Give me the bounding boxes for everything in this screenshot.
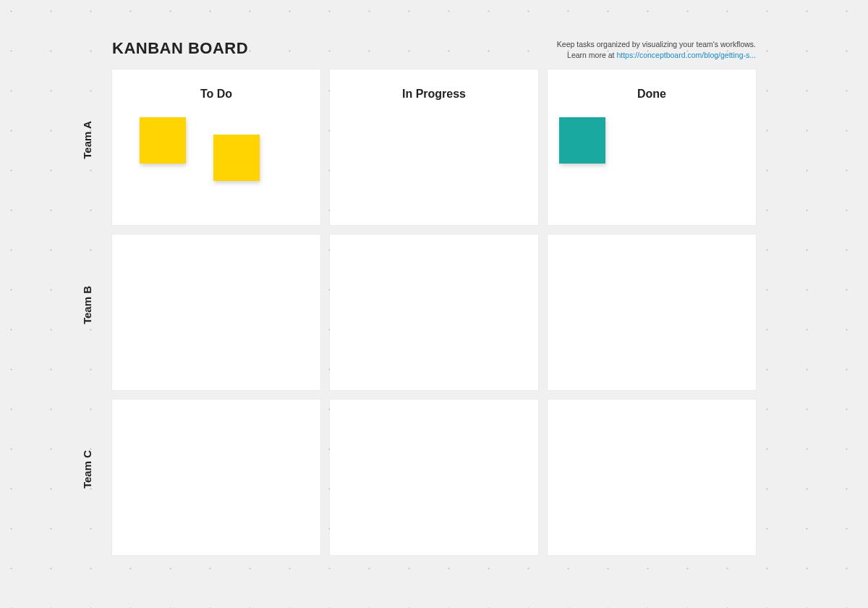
board-help-text: Keep tasks organized by visualizing your… bbox=[557, 39, 756, 60]
row-label-team-a: Team A bbox=[81, 97, 93, 184]
board-canvas[interactable]: KANBAN BOARD Keep tasks organized by vis… bbox=[0, 0, 868, 608]
cell-team-a-inprogress[interactable]: In Progress bbox=[330, 69, 538, 225]
cell-team-b-done[interactable] bbox=[548, 235, 756, 390]
sticky-note[interactable] bbox=[140, 117, 186, 164]
row-label-team-c: Team C bbox=[81, 426, 93, 513]
cell-team-b-todo[interactable] bbox=[112, 235, 320, 390]
kanban-grid: To Do In Progress Done bbox=[112, 69, 757, 555]
column-heading-todo: To Do bbox=[112, 88, 320, 101]
help-line-2-prefix: Learn more at bbox=[567, 51, 616, 59]
help-line-1: Keep tasks organized by visualizing your… bbox=[557, 40, 756, 48]
help-link[interactable]: https://conceptboard.com/blog/getting-s.… bbox=[616, 51, 756, 59]
cell-team-b-inprogress[interactable] bbox=[330, 235, 538, 390]
cell-team-c-done[interactable] bbox=[548, 400, 756, 555]
cell-team-c-inprogress[interactable] bbox=[330, 400, 538, 555]
cell-team-a-done[interactable]: Done bbox=[548, 69, 756, 225]
row-label-team-b: Team B bbox=[81, 262, 93, 349]
sticky-note[interactable] bbox=[559, 117, 605, 164]
cell-team-a-todo[interactable]: To Do bbox=[112, 69, 320, 225]
board-title: KANBAN BOARD bbox=[112, 39, 248, 58]
cell-team-c-todo[interactable] bbox=[112, 400, 320, 555]
board-header: KANBAN BOARD Keep tasks organized by vis… bbox=[112, 39, 756, 60]
column-heading-inprogress: In Progress bbox=[330, 88, 538, 101]
column-heading-done: Done bbox=[548, 88, 756, 101]
sticky-note[interactable] bbox=[213, 135, 260, 181]
